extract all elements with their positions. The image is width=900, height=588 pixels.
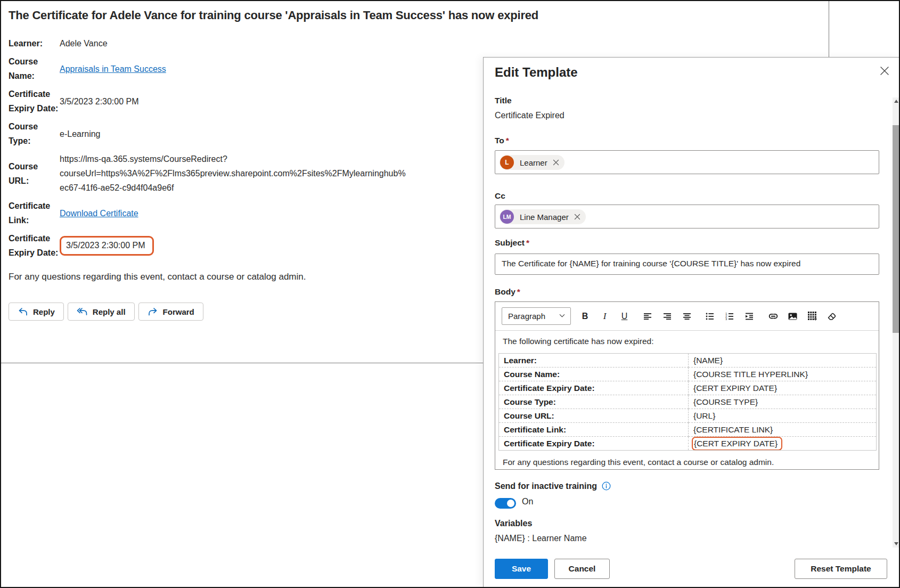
editor-toolbar: Paragraph B I U: [495, 302, 879, 331]
dismiss-icon[interactable]: [574, 214, 580, 220]
field-value: e-Learning: [60, 127, 101, 141]
email-subject-title: The Certificate for Adele Vance for trai…: [9, 9, 820, 22]
email-field-course-url: Course URL: https://lms-qa.365.systems/C…: [9, 152, 451, 195]
save-button[interactable]: Save: [495, 559, 548, 579]
toggle-state-label: On: [522, 497, 533, 507]
bullet-list-icon[interactable]: [703, 309, 716, 323]
email-field-course-name: Course Name: Appraisals in Team Success: [9, 54, 451, 83]
cancel-button[interactable]: Cancel: [554, 559, 610, 579]
highlight-annotation-box: 3/5/2023 2:30:00 PM: [60, 236, 154, 256]
field-value: 3/5/2023 2:30:00 PM: [60, 94, 139, 109]
subject-value: The Certificate for {NAME} for training …: [495, 254, 879, 273]
reply-icon: [18, 307, 28, 316]
line-manager-avatar: LM: [500, 210, 514, 224]
scrollbar-down-icon[interactable]: [893, 540, 899, 548]
indent-icon[interactable]: [742, 309, 756, 323]
highlight-annotation-box: {CERT EXPIRY DATE}: [692, 437, 782, 451]
course-url-value: https://lms-qa.365.systems/CourseRedirec…: [60, 152, 406, 195]
cc-field-label: Cc: [495, 191, 505, 201]
toolbar-icons: B I U 123: [578, 309, 839, 323]
learner-avatar: L: [500, 156, 514, 169]
forward-button[interactable]: Forward: [138, 303, 203, 321]
reply-all-icon: [77, 307, 88, 316]
edit-template-panel: Edit Template Title Certificate Expired …: [483, 57, 899, 587]
subject-field-label: Subject*: [495, 238, 529, 248]
table-row: Certificate Link:{CERTIFICATE LINK}: [499, 423, 877, 437]
table-row: Course Name:{COURSE TITLE HYPERLINK}: [499, 368, 877, 381]
body-editor-content[interactable]: The following certificate has now expire…: [495, 331, 879, 468]
bold-icon[interactable]: B: [578, 309, 592, 323]
field-label: Certificate Link:: [9, 199, 60, 227]
reset-template-button[interactable]: Reset Template: [795, 559, 887, 579]
align-right-icon[interactable]: [660, 309, 674, 323]
eraser-icon[interactable]: [825, 309, 839, 323]
table-row: Certificate Expiry Date:{CERT EXPIRY DAT…: [499, 381, 877, 395]
to-recipients-input[interactable]: L Learner: [495, 150, 879, 174]
title-field-value: Certificate Expired: [495, 111, 564, 120]
body-rich-text-editor: Paragraph B I U: [495, 301, 879, 470]
panel-title: Edit Template: [495, 65, 578, 80]
align-center-icon[interactable]: [680, 309, 693, 323]
field-label: Course Name:: [9, 54, 60, 83]
body-intro-text: The following certificate has now expire…: [503, 336, 871, 347]
close-icon: [880, 66, 889, 78]
panel-scrollbar[interactable]: [893, 97, 899, 548]
email-field-cert-link: Certificate Link: Download Certificate: [9, 199, 451, 227]
scrollbar-thumb[interactable]: [893, 125, 899, 333]
variable-entry: {NAME} : Learner Name: [495, 534, 587, 543]
italic-icon[interactable]: I: [598, 309, 611, 323]
body-footer-note: For any questions regarding this event, …: [503, 457, 871, 468]
align-left-icon[interactable]: [641, 309, 654, 323]
recipient-chip-learner[interactable]: L Learner: [500, 155, 564, 170]
toggle-knob: [507, 500, 514, 507]
svg-text:3: 3: [725, 317, 727, 321]
field-label: Certificate Expiry Date:: [9, 87, 60, 116]
paragraph-style-select[interactable]: Paragraph: [502, 307, 571, 325]
reply-all-button[interactable]: Reply all: [68, 303, 135, 321]
email-field-cert-expiry: Certificate Expiry Date: 3/5/2023 2:30:0…: [9, 87, 451, 116]
merge-fields-table: Learner:{NAME} Course Name:{COURSE TITLE…: [498, 353, 877, 451]
screenshot-frame: The Certificate for Adele Vance for trai…: [0, 0, 900, 588]
table-icon[interactable]: [806, 309, 819, 323]
table-row: Course Type:{COURSE TYPE}: [499, 395, 877, 409]
reply-button[interactable]: Reply: [9, 303, 64, 321]
scrollbar-up-icon[interactable]: [893, 97, 899, 105]
table-row: Course URL:{URL}: [499, 409, 877, 423]
table-row-highlighted: Certificate Expiry Date:{CERT EXPIRY DAT…: [499, 437, 877, 451]
paragraph-style-value: Paragraph: [508, 312, 545, 321]
link-icon[interactable]: [766, 309, 780, 323]
field-label: Learner:: [9, 36, 60, 51]
image-icon[interactable]: [786, 309, 799, 323]
field-value: Adele Vance: [60, 36, 108, 51]
underline-icon[interactable]: U: [618, 309, 631, 323]
inactive-training-toggle[interactable]: [495, 498, 516, 509]
email-field-learner: Learner: Adele Vance: [9, 36, 451, 51]
numbered-list-icon[interactable]: 123: [723, 309, 736, 323]
variables-label: Variables: [495, 519, 532, 528]
title-field-label: Title: [495, 96, 512, 105]
field-value: 3/5/2023 2:30:00 PM: [66, 241, 145, 250]
app-canvas: The Certificate for Adele Vance for trai…: [1, 1, 899, 587]
field-label: Course URL:: [9, 159, 60, 188]
close-button[interactable]: [879, 66, 890, 78]
required-asterisk: *: [517, 287, 520, 296]
dismiss-icon[interactable]: [553, 159, 559, 166]
inactive-training-label: Send for inactive training: [495, 481, 611, 491]
recipient-chip-line-manager[interactable]: LM Line Manager: [500, 209, 586, 224]
field-label: Course Type:: [9, 119, 60, 148]
email-field-cert-expiry-highlighted: Certificate Expiry Date: 3/5/2023 2:30:0…: [9, 231, 451, 260]
course-name-link[interactable]: Appraisals in Team Success: [60, 64, 166, 74]
chip-label: Learner: [520, 158, 547, 167]
chevron-down-icon: [559, 312, 566, 321]
email-field-course-type: Course Type: e-Learning: [9, 119, 451, 148]
chip-label: Line Manager: [520, 213, 569, 222]
forward-icon: [148, 307, 158, 316]
required-asterisk: *: [506, 136, 509, 145]
info-icon[interactable]: [602, 481, 611, 491]
cc-recipients-input[interactable]: LM Line Manager: [495, 205, 879, 228]
subject-input[interactable]: The Certificate for {NAME} for training …: [495, 254, 879, 275]
table-row: Learner:{NAME}: [499, 354, 877, 368]
url-line-2: courseUrl=https%3A%2F%2Flms365preview.sh…: [60, 166, 406, 181]
download-certificate-link[interactable]: Download Certificate: [60, 209, 138, 218]
to-field-label: To*: [495, 136, 509, 145]
